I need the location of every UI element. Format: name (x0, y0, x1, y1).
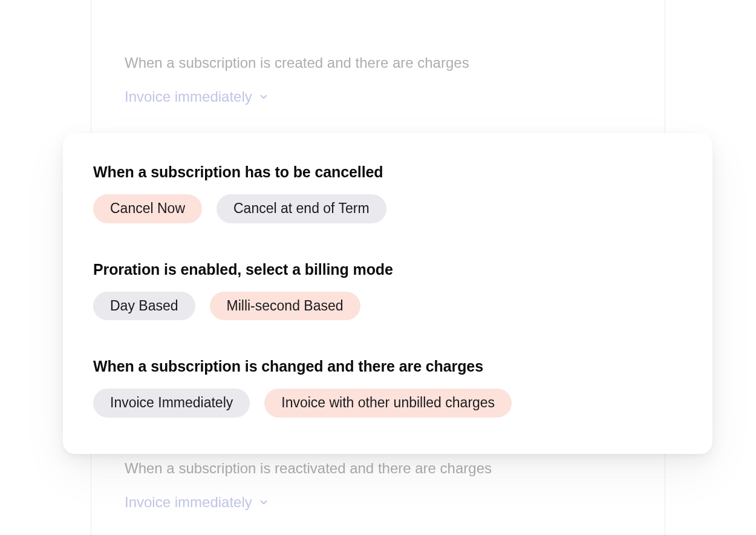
chip-group: Day Based Milli-second Based (93, 292, 682, 321)
bg-setting-dropdown[interactable]: Invoice immediately (125, 88, 269, 105)
section-heading: Proration is enabled, select a billing m… (93, 261, 682, 278)
section-proration: Proration is enabled, select a billing m… (93, 261, 682, 321)
chevron-down-icon (258, 91, 269, 102)
section-cancel: When a subscription has to be cancelled … (93, 163, 682, 223)
option-cancel-now[interactable]: Cancel Now (93, 194, 202, 223)
bg-setting-label: When a subscription is reactivated and t… (125, 460, 631, 477)
settings-card: When a subscription has to be cancelled … (63, 133, 712, 454)
section-heading: When a subscription has to be cancelled (93, 163, 682, 181)
option-invoice-immediately[interactable]: Invoice Immediately (93, 389, 250, 418)
bg-dropdown-label: Invoice immediately (125, 88, 252, 105)
option-cancel-end-of-term[interactable]: Cancel at end of Term (217, 194, 386, 223)
bg-setting-label: When a subscription is created and there… (125, 54, 631, 71)
chevron-down-icon (258, 497, 269, 508)
bg-setting-reactivated: When a subscription is reactivated and t… (91, 460, 665, 511)
chip-group: Cancel Now Cancel at end of Term (93, 194, 682, 223)
bg-setting-dropdown[interactable]: Invoice immediately (125, 494, 269, 511)
chip-group: Invoice Immediately Invoice with other u… (93, 389, 682, 418)
option-invoice-with-unbilled[interactable]: Invoice with other unbilled charges (264, 389, 512, 418)
bg-setting-created: When a subscription is created and there… (91, 54, 665, 105)
section-changed: When a subscription is changed and there… (93, 358, 682, 418)
bg-dropdown-label: Invoice immediately (125, 494, 252, 511)
option-millisecond-based[interactable]: Milli-second Based (210, 292, 360, 321)
option-day-based[interactable]: Day Based (93, 292, 195, 321)
section-heading: When a subscription is changed and there… (93, 358, 682, 375)
